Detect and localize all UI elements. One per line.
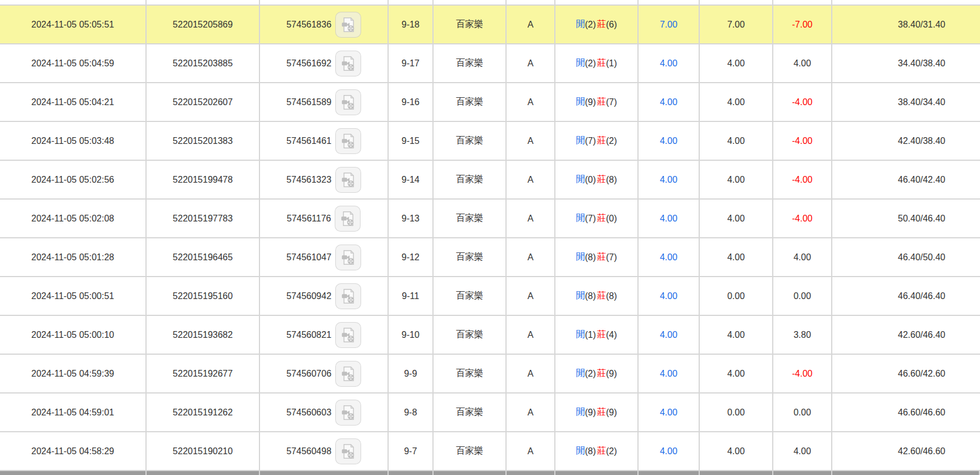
video-replay-icon bbox=[340, 404, 357, 421]
game-name-cell: 百家樂 bbox=[434, 238, 507, 276]
player-result-label: 閒 bbox=[576, 329, 585, 341]
game-name-cell: 百家樂 bbox=[434, 83, 507, 121]
round-id-cell: 574561176 bbox=[260, 200, 389, 237]
round-id-text: 574560821 bbox=[286, 330, 331, 340]
bet-amount-cell: 4.00 bbox=[639, 277, 700, 315]
round-id-cell: 574561461 bbox=[260, 122, 389, 160]
player-result-points: (8) bbox=[585, 291, 596, 301]
round-id-text: 574560603 bbox=[286, 408, 331, 418]
player-result-points: (7) bbox=[585, 214, 596, 224]
bet-amount-cell: 4.00 bbox=[639, 355, 700, 392]
balance-cell: 42.60/46.60 bbox=[832, 432, 980, 470]
round-id-cell: 574560498 bbox=[260, 432, 389, 470]
order-id-cell: 522015199478 bbox=[147, 161, 260, 198]
table-name-cell: A bbox=[507, 44, 555, 82]
subtotal-bet-amount-cell: 153.00 bbox=[639, 471, 700, 475]
empty-cell bbox=[832, 471, 980, 475]
bet-time-cell: 2024-11-05 05:03:48 bbox=[0, 122, 147, 160]
win-loss-cell: 0.00 bbox=[773, 277, 832, 315]
bet-amount-cell: 4.00 bbox=[639, 316, 700, 354]
empty-cell bbox=[260, 471, 389, 475]
empty-cell bbox=[389, 0, 434, 4]
valid-amount-cell: 4.00 bbox=[700, 161, 773, 198]
table-row: 2024-11-05 05:02:08 522015197783 5745611… bbox=[0, 200, 980, 238]
table-name-cell: A bbox=[507, 393, 555, 431]
result-cell: 閒(9) 莊(9) bbox=[555, 393, 639, 431]
win-loss-cell: 3.80 bbox=[773, 316, 832, 354]
table-row: 2024-11-05 05:03:48 522015201383 5745614… bbox=[0, 122, 980, 161]
round-no-cell: 9-13 bbox=[389, 200, 434, 237]
video-replay-button[interactable] bbox=[335, 438, 361, 464]
video-replay-button[interactable] bbox=[335, 400, 361, 426]
video-replay-button[interactable] bbox=[335, 167, 361, 193]
empty-cell bbox=[260, 0, 389, 4]
banker-result-points: (4) bbox=[606, 330, 617, 340]
round-no-cell: 9-15 bbox=[389, 122, 434, 160]
table-name-cell: A bbox=[507, 6, 555, 43]
video-replay-button[interactable] bbox=[335, 128, 361, 154]
video-replay-icon bbox=[340, 55, 357, 72]
video-replay-button[interactable] bbox=[335, 89, 361, 115]
table-body: 2024-11-05 05:05:51 522015205869 5745618… bbox=[0, 6, 980, 471]
video-replay-button[interactable] bbox=[335, 51, 361, 76]
video-replay-icon bbox=[340, 249, 357, 266]
empty-cell bbox=[555, 0, 639, 4]
bet-time-cell: 2024-11-05 05:02:56 bbox=[0, 161, 147, 198]
empty-cell bbox=[0, 0, 147, 4]
banker-result-points: (9) bbox=[606, 369, 617, 379]
subtotal-valid-amount-cell: 133.00 bbox=[700, 471, 773, 475]
game-name-cell: 百家樂 bbox=[434, 277, 507, 315]
result-cell: 閒(0) 莊(8) bbox=[555, 161, 639, 198]
empty-cell bbox=[147, 0, 260, 4]
round-id-text: 574561047 bbox=[286, 252, 331, 263]
table-name-cell: A bbox=[507, 316, 555, 354]
empty-cell bbox=[507, 0, 555, 4]
video-replay-icon bbox=[340, 327, 357, 343]
player-result-points: (8) bbox=[585, 446, 596, 456]
video-replay-button[interactable] bbox=[335, 322, 361, 348]
balance-cell: 46.60/42.60 bbox=[832, 355, 980, 392]
game-name-cell: 百家樂 bbox=[434, 200, 507, 237]
player-result-points: (2) bbox=[585, 58, 596, 69]
table-row: 2024-11-05 05:01:28 522015196465 5745610… bbox=[0, 238, 980, 277]
round-id-text: 574561836 bbox=[286, 20, 331, 30]
round-id-text: 574561461 bbox=[286, 136, 331, 146]
video-replay-button[interactable] bbox=[335, 283, 361, 309]
video-replay-button[interactable] bbox=[335, 361, 361, 387]
video-replay-button[interactable] bbox=[335, 12, 361, 38]
table-row: 2024-11-05 05:04:59 522015203885 5745616… bbox=[0, 44, 980, 83]
player-result-points: (1) bbox=[585, 330, 596, 340]
table-name-cell: A bbox=[507, 238, 555, 276]
round-id-text: 574561176 bbox=[287, 214, 331, 224]
bet-time-cell: 2024-11-05 04:59:01 bbox=[0, 393, 147, 431]
video-replay-button[interactable] bbox=[335, 245, 361, 270]
subtotal-label-cell: 小計 bbox=[0, 471, 147, 475]
win-loss-cell: -7.00 bbox=[773, 6, 832, 43]
order-id-cell: 522015191262 bbox=[147, 393, 260, 431]
video-replay-icon bbox=[340, 288, 357, 305]
banker-result-points: (7) bbox=[606, 97, 617, 107]
empty-cell bbox=[555, 471, 639, 475]
empty-cell bbox=[639, 0, 700, 4]
order-id-cell: 522015192677 bbox=[147, 355, 260, 392]
game-name-cell: 百家樂 bbox=[434, 161, 507, 198]
table-name-cell: A bbox=[507, 355, 555, 392]
round-id-cell: 574560706 bbox=[260, 355, 389, 392]
table-name-cell: A bbox=[507, 83, 555, 121]
result-cell: 閒(8) 莊(2) bbox=[555, 432, 639, 470]
round-id-text: 574561323 bbox=[286, 175, 331, 185]
win-loss-cell: 4.00 bbox=[773, 238, 832, 276]
video-replay-button[interactable] bbox=[335, 206, 361, 232]
bet-amount-cell: 4.00 bbox=[639, 122, 700, 160]
round-no-cell: 9-9 bbox=[389, 355, 434, 392]
balance-cell: 46.40/42.40 bbox=[832, 161, 980, 198]
bet-time-cell: 2024-11-05 05:00:51 bbox=[0, 277, 147, 315]
bet-time-cell: 2024-11-05 05:04:59 bbox=[0, 44, 147, 82]
banker-result-points: (7) bbox=[606, 252, 617, 263]
banker-result-points: (2) bbox=[606, 136, 617, 146]
empty-cell bbox=[832, 0, 980, 4]
win-loss-cell: -4.00 bbox=[773, 355, 832, 392]
win-loss-cell: 4.00 bbox=[773, 432, 832, 470]
player-result-points: (2) bbox=[585, 369, 596, 379]
banker-result-label: 莊 bbox=[597, 19, 606, 30]
